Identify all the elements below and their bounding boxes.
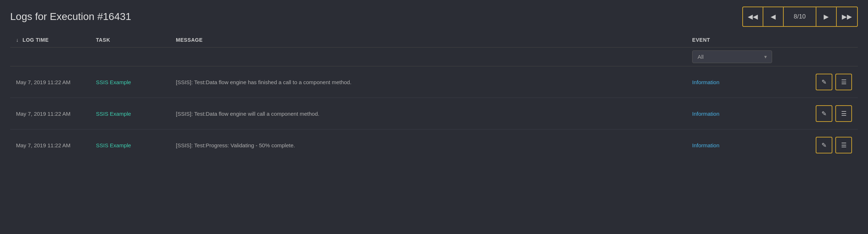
log-table: ↓ LOG TIME TASK MESSAGE EVENT	[10, 33, 858, 161]
pagination-next-button[interactable]: ▶	[816, 7, 837, 26]
list-button[interactable]: ☰	[835, 105, 852, 122]
event-filter-cell: All Information Warning Error	[686, 48, 810, 66]
task-link[interactable]: SSIS Example	[96, 142, 131, 148]
event-filter-wrapper: All Information Warning Error	[692, 50, 772, 63]
col-header-message: MESSAGE	[170, 33, 686, 48]
task-link[interactable]: SSIS Example	[96, 79, 131, 85]
table-row: May 7, 2019 11:22 AMSSIS Example[SSIS]: …	[10, 66, 858, 98]
event-filter-select[interactable]: All Information Warning Error	[692, 50, 772, 63]
edit-button[interactable]: ✎	[816, 105, 832, 122]
col-header-task: TASK	[90, 33, 170, 48]
first-page-icon: ◀◀	[748, 13, 758, 21]
task-link[interactable]: SSIS Example	[96, 111, 131, 117]
cell-task: SSIS Example	[90, 130, 170, 161]
cell-logtime: May 7, 2019 11:22 AM	[10, 98, 90, 130]
pagination-page-indicator: 8/10	[784, 7, 816, 26]
list-icon: ☰	[841, 141, 847, 149]
list-icon: ☰	[841, 110, 847, 118]
event-badge: Information	[692, 111, 719, 117]
action-buttons: ✎☰	[816, 137, 852, 153]
col-header-event: EVENT	[686, 33, 810, 48]
edit-icon: ✎	[821, 78, 827, 86]
header-row: Logs for Execution #16431 ◀◀ ◀ 8/10 ▶ ▶▶	[10, 7, 858, 27]
cell-logtime: May 7, 2019 11:22 AM	[10, 130, 90, 161]
cell-actions: ✎☰	[810, 66, 858, 98]
last-page-icon: ▶▶	[842, 13, 852, 21]
cell-message: [SSIS]: Test:Progress: Validating - 50% …	[170, 130, 686, 161]
page-container: Logs for Execution #16431 ◀◀ ◀ 8/10 ▶ ▶▶…	[0, 0, 868, 234]
table-row: May 7, 2019 11:22 AMSSIS Example[SSIS]: …	[10, 98, 858, 130]
pagination-prev-button[interactable]: ◀	[763, 7, 784, 26]
pagination-last-button[interactable]: ▶▶	[837, 7, 857, 26]
table-header-row: ↓ LOG TIME TASK MESSAGE EVENT	[10, 33, 858, 48]
table-row: May 7, 2019 11:22 AMSSIS Example[SSIS]: …	[10, 130, 858, 161]
edit-button[interactable]: ✎	[816, 137, 832, 153]
pagination-controls: ◀◀ ◀ 8/10 ▶ ▶▶	[742, 7, 858, 27]
action-buttons: ✎☰	[816, 74, 852, 90]
prev-page-icon: ◀	[771, 13, 776, 21]
list-button[interactable]: ☰	[835, 137, 852, 153]
filter-row: All Information Warning Error	[10, 48, 858, 66]
action-buttons: ✎☰	[816, 105, 852, 122]
list-icon: ☰	[841, 78, 847, 86]
next-page-icon: ▶	[824, 13, 829, 21]
event-badge: Information	[692, 142, 719, 148]
cell-event: Information	[686, 66, 810, 98]
table-body: May 7, 2019 11:22 AMSSIS Example[SSIS]: …	[10, 66, 858, 161]
cell-actions: ✎☰	[810, 130, 858, 161]
cell-message: [SSIS]: Test:Data flow engine will call …	[170, 98, 686, 130]
pagination-first-button[interactable]: ◀◀	[743, 7, 763, 26]
edit-button[interactable]: ✎	[816, 74, 832, 90]
page-title: Logs for Execution #16431	[10, 11, 131, 22]
cell-message: [SSIS]: Test:Data flow engine has finish…	[170, 66, 686, 98]
cell-actions: ✎☰	[810, 98, 858, 130]
edit-icon: ✎	[821, 110, 827, 118]
cell-task: SSIS Example	[90, 66, 170, 98]
sort-arrow-icon: ↓	[16, 37, 19, 43]
edit-icon: ✎	[821, 141, 827, 149]
cell-event: Information	[686, 130, 810, 161]
list-button[interactable]: ☰	[835, 74, 852, 90]
event-badge: Information	[692, 79, 719, 85]
cell-task: SSIS Example	[90, 98, 170, 130]
col-header-actions	[810, 33, 858, 48]
cell-logtime: May 7, 2019 11:22 AM	[10, 66, 90, 98]
cell-event: Information	[686, 98, 810, 130]
col-header-logtime: ↓ LOG TIME	[10, 33, 90, 48]
